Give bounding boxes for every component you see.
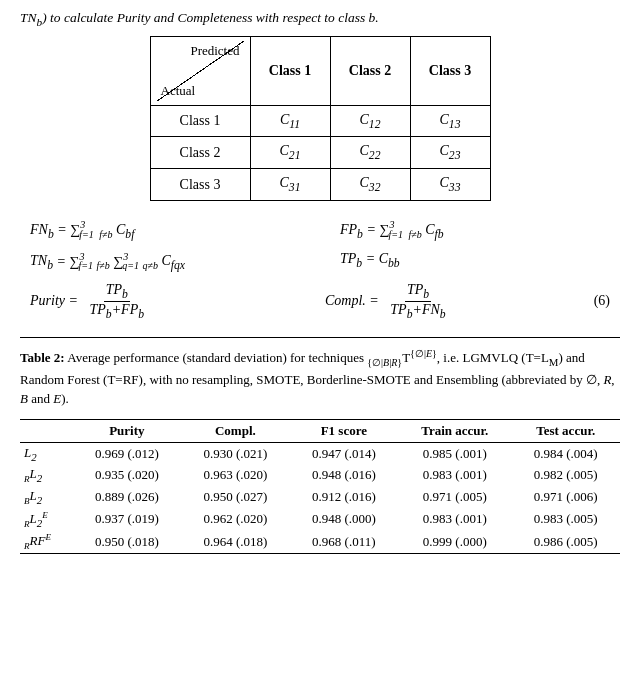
cell-bl2-compl: 0.950 (.027)	[181, 486, 289, 508]
cell-rl2-train: 0.983 (.001)	[398, 464, 511, 486]
table-row: Class 1 C11 C12 C13	[150, 105, 490, 137]
table2-caption: Table 2: Average performance (standard d…	[20, 346, 620, 409]
cell-23: C23	[410, 137, 490, 169]
cell-bl2-f1: 0.912 (.016)	[290, 486, 398, 508]
confusion-matrix-wrapper: Predicted Actual Class 1 Class 2 Class 3…	[20, 36, 620, 201]
cell-l2-f1: 0.947 (.014)	[290, 442, 398, 464]
table-header-row: Purity Compl. F1 score Train accur. Test…	[20, 419, 620, 442]
row-label-2: Class 2	[150, 137, 250, 169]
cell-rl2e-purity: 0.937 (.019)	[73, 508, 181, 531]
table-row: RRFE 0.950 (.018) 0.964 (.018) 0.968 (.0…	[20, 530, 620, 553]
cell-12: C12	[330, 105, 410, 137]
table-row: Class 2 C21 C22 C23	[150, 137, 490, 169]
equation-number: (6)	[580, 293, 610, 309]
formula-row-2: TNb = ∑3f=1 f≠b ∑3q=1 q≠b Cfqx TPb = Cbb	[30, 251, 610, 272]
performance-table: Purity Compl. F1 score Train accur. Test…	[20, 419, 620, 555]
cell-rl2e-train: 0.983 (.001)	[398, 508, 511, 531]
cell-l2-compl: 0.930 (.021)	[181, 442, 289, 464]
formulas-section: FNb = ∑3f=1 f≠b Cbf FPb = ∑3f=1 f≠b Cfb …	[20, 219, 620, 321]
cell-rl2-test: 0.982 (.005)	[511, 464, 620, 486]
table-row: RL2E 0.937 (.019) 0.962 (.020) 0.948 (.0…	[20, 508, 620, 531]
row-label-rl2: RL2	[20, 464, 73, 486]
cell-rrfe-train: 0.999 (.000)	[398, 530, 511, 553]
cell-22: C22	[330, 137, 410, 169]
row-label-l2: L2	[20, 442, 73, 464]
cell-bl2-purity: 0.889 (.026)	[73, 486, 181, 508]
diagonal-header-cell: Predicted Actual	[150, 36, 250, 105]
cell-l2-test: 0.984 (.004)	[511, 442, 620, 464]
compl-text: Compl. = TPb TPb+FNb	[325, 282, 450, 321]
cell-bl2-train: 0.971 (.005)	[398, 486, 511, 508]
cell-rl2-f1: 0.948 (.016)	[290, 464, 398, 486]
row-label-1: Class 1	[150, 105, 250, 137]
cell-rl2-purity: 0.935 (.020)	[73, 464, 181, 486]
predicted-label: Predicted	[157, 41, 244, 59]
intro-text: TNb) to calculate Purity and Completenes…	[20, 10, 620, 28]
row-label-rrfe: RRFE	[20, 530, 73, 553]
table-row: Class 3 C31 C32 C33	[150, 169, 490, 201]
cell-rrfe-compl: 0.964 (.018)	[181, 530, 289, 553]
tp-formula: TPb = Cbb	[300, 251, 610, 270]
actual-label: Actual	[157, 83, 244, 101]
cell-11: C11	[250, 105, 330, 137]
col-header-label	[20, 419, 73, 442]
col-header-2: Class 2	[330, 36, 410, 105]
col-header-train: Train accur.	[398, 419, 511, 442]
cell-31: C31	[250, 169, 330, 201]
cell-21: C21	[250, 137, 330, 169]
cell-rrfe-test: 0.986 (.005)	[511, 530, 620, 553]
cell-rl2e-test: 0.983 (.005)	[511, 508, 620, 531]
cell-bl2-test: 0.971 (.006)	[511, 486, 620, 508]
table-row: RL2 0.935 (.020) 0.963 (.020) 0.948 (.01…	[20, 464, 620, 486]
col-header-3: Class 3	[410, 36, 490, 105]
cell-l2-purity: 0.969 (.012)	[73, 442, 181, 464]
cell-13: C13	[410, 105, 490, 137]
purity-text: Purity = TPb TPb+FPb	[30, 282, 148, 321]
table2-section: Table 2: Average performance (standard d…	[20, 337, 620, 555]
col-header-f1: F1 score	[290, 419, 398, 442]
tn-text: TNb = ∑3f=1 f≠b ∑3q=1 q≠b Cfqx	[30, 251, 185, 272]
col-header-1: Class 1	[250, 36, 330, 105]
col-header-test: Test accur.	[511, 419, 620, 442]
row-label-3: Class 3	[150, 169, 250, 201]
fn-text: FNb = ∑3f=1 f≠b Cbf	[30, 219, 134, 240]
col-header-compl: Compl.	[181, 419, 289, 442]
cell-32: C32	[330, 169, 410, 201]
cell-rl2e-compl: 0.962 (.020)	[181, 508, 289, 531]
formula-row-1: FNb = ∑3f=1 f≠b Cbf FPb = ∑3f=1 f≠b Cfb	[30, 219, 610, 240]
cell-rrfe-f1: 0.968 (.011)	[290, 530, 398, 553]
tn-formula: TNb = ∑3f=1 f≠b ∑3q=1 q≠b Cfqx	[30, 251, 300, 272]
row-label-bl2: BL2	[20, 486, 73, 508]
confusion-matrix: Predicted Actual Class 1 Class 2 Class 3…	[150, 36, 491, 201]
fn-formula: FNb = ∑3f=1 f≠b Cbf	[30, 219, 300, 240]
cell-rrfe-purity: 0.950 (.018)	[73, 530, 181, 553]
cell-33: C33	[410, 169, 490, 201]
compl-formula: Compl. = TPb TPb+FNb	[285, 282, 580, 321]
cell-l2-train: 0.985 (.001)	[398, 442, 511, 464]
row-label-rl2e: RL2E	[20, 508, 73, 531]
tp-text: TPb = Cbb	[340, 251, 400, 270]
col-header-purity: Purity	[73, 419, 181, 442]
table-row: L2 0.969 (.012) 0.930 (.021) 0.947 (.014…	[20, 442, 620, 464]
purity-formula: Purity = TPb TPb+FPb	[30, 282, 285, 321]
cell-rl2e-f1: 0.948 (.000)	[290, 508, 398, 531]
cell-rl2-compl: 0.963 (.020)	[181, 464, 289, 486]
table-row: BL2 0.889 (.026) 0.950 (.027) 0.912 (.01…	[20, 486, 620, 508]
formula-row-3: Purity = TPb TPb+FPb Compl. = TPb TPb+FN…	[30, 282, 610, 321]
fp-formula: FPb = ∑3f=1 f≠b Cfb	[300, 219, 610, 240]
fp-text: FPb = ∑3f=1 f≠b Cfb	[340, 219, 444, 240]
